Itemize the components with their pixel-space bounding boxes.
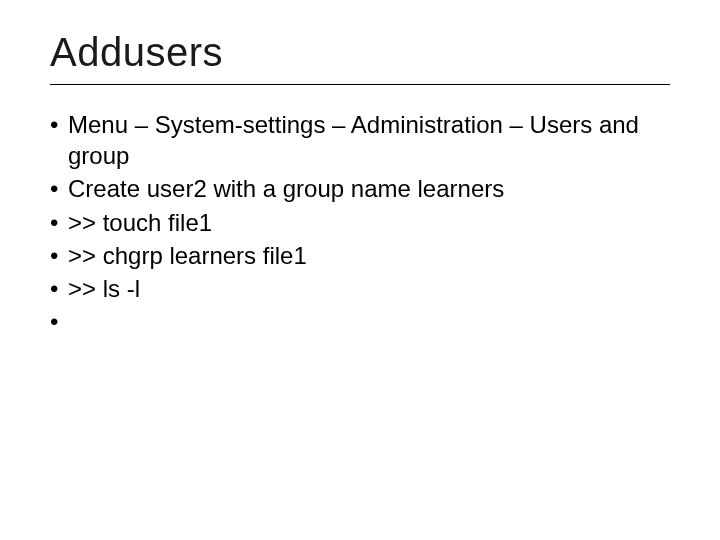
- list-item: Menu – System-settings – Administration …: [50, 109, 670, 171]
- list-item: >> chgrp learners file1: [50, 240, 670, 271]
- slide-title: Addusers: [50, 30, 670, 74]
- title-divider: [50, 84, 670, 85]
- list-item: >> ls -l: [50, 273, 670, 304]
- slide: Addusers Menu – System-settings – Admini…: [0, 0, 720, 540]
- list-item: Create user2 with a group name learners: [50, 173, 670, 204]
- list-item: >> touch file1: [50, 207, 670, 238]
- bullet-list: Menu – System-settings – Administration …: [50, 109, 670, 304]
